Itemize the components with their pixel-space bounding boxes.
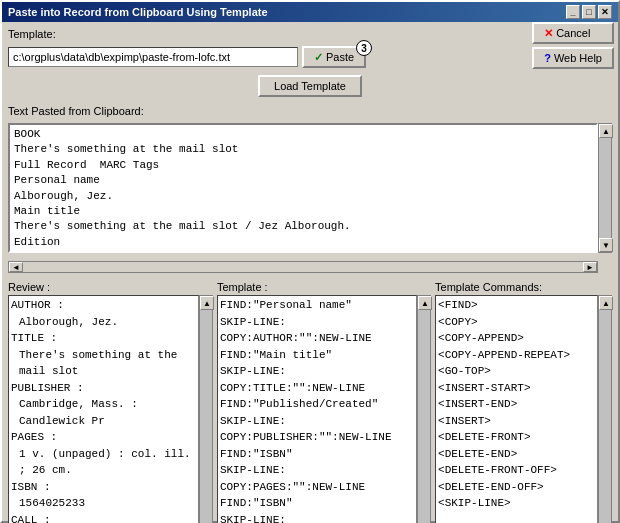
scroll-left-arrow[interactable]: ◄ — [9, 262, 23, 272]
command-item[interactable]: <DELETE-FRONT> — [438, 429, 595, 446]
template-item: COPY:TITLE:"":NEW-LINE — [220, 380, 414, 397]
close-button[interactable]: ✕ — [598, 5, 612, 19]
clipboard-text-area: BOOK There's something at the mail slot … — [8, 123, 598, 253]
template-item: FIND:"Personal name" — [220, 297, 414, 314]
review-item: 1 v. (unpaged) : col. ill. ; 26 cm. — [11, 446, 196, 479]
cancel-button[interactable]: Cancel — [532, 22, 614, 44]
review-item: PAGES : — [11, 429, 196, 446]
review-scroll-up[interactable]: ▲ — [200, 296, 214, 310]
title-bar: Paste into Record from Clipboard Using T… — [2, 2, 618, 22]
maximize-button[interactable]: □ — [582, 5, 596, 19]
review-item: Alborough, Jez. — [11, 314, 196, 331]
review-item: TITLE : — [11, 330, 196, 347]
command-item[interactable]: <INSERT> — [438, 413, 595, 430]
review-item: ISBN : — [11, 479, 196, 496]
title-bar-buttons: _ □ ✕ — [566, 5, 612, 19]
template-item: FIND:"Main title" — [220, 347, 414, 364]
review-item: CALL : — [11, 512, 196, 524]
main-window: Paste into Record from Clipboard Using T… — [0, 0, 620, 523]
command-item[interactable]: <SKIP-LINE> — [438, 495, 595, 512]
template-commands-label: Template Commands: — [435, 281, 542, 293]
template-item: SKIP-LINE: — [220, 413, 414, 430]
scroll-right-arrow[interactable]: ► — [583, 262, 597, 272]
template-item: COPY:PUBLISHER:"":NEW-LINE — [220, 429, 414, 446]
load-template-button[interactable]: Load Template — [258, 75, 362, 97]
template-item: FIND:"ISBN" — [220, 495, 414, 512]
template-item: COPY:PAGES:"":NEW-LINE — [220, 479, 414, 496]
review-label: Review : — [8, 281, 50, 293]
command-item[interactable]: <GO-TOP> — [438, 363, 595, 380]
template-label: Template: — [8, 28, 56, 40]
paste-button[interactable]: Paste 3 — [302, 46, 366, 68]
template-item: SKIP-LINE: — [220, 314, 414, 331]
badge-three: 3 — [356, 40, 372, 56]
template-input[interactable] — [8, 47, 298, 67]
review-item: There's something at the mail slot — [11, 347, 196, 380]
template-item: FIND:"ISBN" — [220, 446, 414, 463]
review-item: Cambridge, Mass. : Candlewick Pr — [11, 396, 196, 429]
commands-panel[interactable]: <FIND> <COPY> <COPY-APPEND> <COPY-APPEND… — [435, 295, 598, 523]
scroll-up-arrow[interactable]: ▲ — [599, 124, 613, 138]
command-item[interactable]: <INSERT-END> — [438, 396, 595, 413]
template-col-label: Template : — [217, 281, 268, 293]
template-item: SKIP-LINE: — [220, 462, 414, 479]
template-item: SKIP-LINE: — [220, 363, 414, 380]
window-title: Paste into Record from Clipboard Using T… — [8, 6, 268, 18]
command-item[interactable]: <COPY> — [438, 314, 595, 331]
clipboard-label: Text Pasted from Clipboard: — [8, 105, 144, 117]
minimize-button[interactable]: _ — [566, 5, 580, 19]
command-item[interactable]: <INSERT-START> — [438, 380, 595, 397]
template-item: COPY:AUTHOR:"":NEW-LINE — [220, 330, 414, 347]
review-item: 1564025233 — [11, 495, 196, 512]
command-item[interactable]: <COPY-APPEND-REPEAT> — [438, 347, 595, 364]
template-scroll-up[interactable]: ▲ — [418, 296, 432, 310]
review-item: PUBLISHER : — [11, 380, 196, 397]
webhelp-button[interactable]: Web Help — [532, 47, 614, 69]
command-item[interactable]: <DELETE-FRONT-OFF> — [438, 462, 595, 479]
template-item: FIND:"Published/Created" — [220, 396, 414, 413]
commands-scroll-up[interactable]: ▲ — [599, 296, 613, 310]
template-item: SKIP-LINE: — [220, 512, 414, 524]
review-item: AUTHOR : — [11, 297, 196, 314]
template-panel[interactable]: FIND:"Personal name" SKIP-LINE: COPY:AUT… — [217, 295, 417, 523]
command-item[interactable]: <DELETE-END-OFF> — [438, 479, 595, 496]
review-panel[interactable]: AUTHOR : Alborough, Jez. TITLE : There's… — [8, 295, 199, 523]
command-item[interactable]: <COPY-APPEND> — [438, 330, 595, 347]
command-item[interactable]: <FIND> — [438, 297, 595, 314]
command-item[interactable]: <DELETE-END> — [438, 446, 595, 463]
scroll-down-arrow[interactable]: ▼ — [599, 238, 613, 252]
